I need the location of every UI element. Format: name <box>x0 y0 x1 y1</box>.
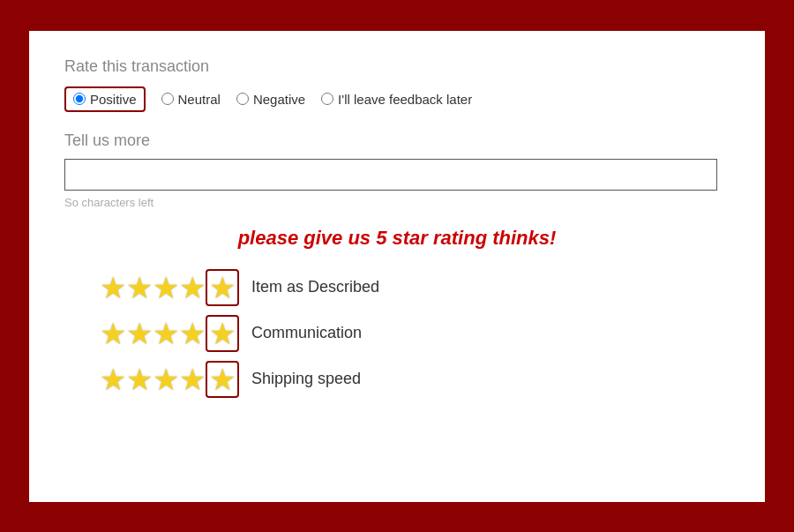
radio-option-neutral[interactable]: Neutral <box>161 92 221 107</box>
radio-option-negative[interactable]: Negative <box>236 92 305 107</box>
chars-left-label: So characters left <box>64 196 730 209</box>
cta-text: please give us 5 star rating thinks! <box>64 227 730 250</box>
star-comm-2[interactable]: ★ <box>126 318 153 348</box>
radio-neutral-label: Neutral <box>178 92 221 107</box>
stars-item-described: ★ ★ ★ ★ ★ <box>100 269 239 306</box>
star-comm-4[interactable]: ★ <box>179 318 206 348</box>
radio-negative-label: Negative <box>253 92 305 107</box>
rating-label-communication: Communication <box>251 324 362 342</box>
main-container: Rate this transaction Positive Neutral N… <box>26 28 768 505</box>
radio-option-later[interactable]: I'll leave feedback later <box>321 92 472 107</box>
radio-positive-label: Positive <box>90 92 137 107</box>
star-row-shipping: ★ ★ ★ ★ ★ Shipping speed <box>100 361 730 398</box>
rating-label-item-described: Item as Described <box>251 278 379 296</box>
star-2[interactable]: ★ <box>126 273 153 303</box>
stars-shipping: ★ ★ ★ ★ ★ <box>100 361 239 398</box>
star-ship-1[interactable]: ★ <box>100 364 126 394</box>
star-comm-1[interactable]: ★ <box>100 318 126 348</box>
feedback-input[interactable] <box>64 159 717 191</box>
star-ship-2[interactable]: ★ <box>126 364 153 394</box>
star-comm-3[interactable]: ★ <box>153 318 179 348</box>
star-4[interactable]: ★ <box>179 273 206 303</box>
star-1[interactable]: ★ <box>100 273 126 303</box>
radio-later[interactable] <box>321 93 333 105</box>
star-3[interactable]: ★ <box>153 273 179 303</box>
rating-label-shipping: Shipping speed <box>251 370 361 388</box>
star-ship-5-highlighted[interactable]: ★ <box>206 361 239 398</box>
star-ship-4[interactable]: ★ <box>179 364 206 394</box>
radio-negative[interactable] <box>236 93 249 105</box>
stars-communication: ★ ★ ★ ★ ★ <box>100 315 239 352</box>
star-ship-3[interactable]: ★ <box>153 364 179 394</box>
radio-positive[interactable] <box>73 93 86 105</box>
radio-neutral[interactable] <box>161 93 174 105</box>
radio-option-positive[interactable]: Positive <box>64 86 146 112</box>
star-5-highlighted[interactable]: ★ <box>206 269 239 306</box>
star-ratings-container: ★ ★ ★ ★ ★ Item as Described ★ ★ ★ ★ ★ Co… <box>64 269 730 398</box>
star-row-communication: ★ ★ ★ ★ ★ Communication <box>100 315 730 352</box>
tell-us-more-label: Tell us more <box>64 131 730 150</box>
star-row-item-described: ★ ★ ★ ★ ★ Item as Described <box>100 269 730 306</box>
rating-radio-group: Positive Neutral Negative I'll leave fee… <box>64 86 730 112</box>
rate-transaction-title: Rate this transaction <box>64 57 730 76</box>
star-comm-5-highlighted[interactable]: ★ <box>206 315 239 352</box>
radio-later-label: I'll leave feedback later <box>338 92 472 107</box>
